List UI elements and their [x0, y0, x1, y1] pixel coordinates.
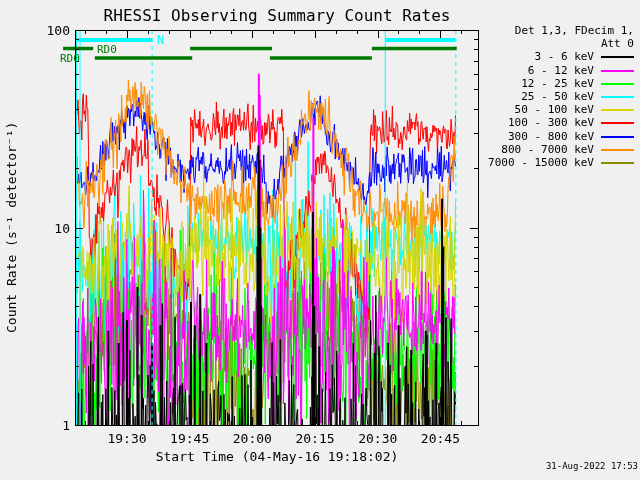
legend-color-swatch	[601, 136, 634, 138]
legend-color-swatch	[601, 70, 634, 72]
legend-entry: 3 - 6 keV	[488, 50, 634, 63]
x-tick-label: 20:15	[295, 431, 334, 446]
legend-entry-label: 12 - 25 keV	[521, 77, 594, 90]
legend-entry-label: 7000 - 15000 keV	[488, 156, 594, 169]
x-tick-label: 20:30	[358, 431, 397, 446]
legend-entry: 12 - 25 keV	[488, 77, 634, 90]
legend-color-swatch	[601, 96, 634, 98]
x-tick-label: 19:45	[170, 431, 209, 446]
y-tick-label: 100	[47, 23, 70, 38]
y-tick-label: 1	[62, 418, 70, 433]
legend-entry: 50 - 100 keV	[488, 103, 634, 116]
legend-entry-label: 6 - 12 keV	[528, 64, 594, 77]
legend-entries: 3 - 6 keV6 - 12 keV12 - 25 keV25 - 50 ke…	[488, 50, 634, 169]
legend-entry: 25 - 50 keV	[488, 90, 634, 103]
chart-title: RHESSI Observing Summary Count Rates	[86, 6, 468, 25]
y-tick-label: 10	[54, 220, 70, 235]
legend-entry-label: 300 - 800 keV	[508, 130, 594, 143]
legend-color-swatch	[601, 83, 634, 85]
night-flag-label: N	[157, 33, 164, 47]
legend-color-swatch	[601, 122, 634, 124]
legend-entry: 800 - 7000 keV	[488, 143, 634, 156]
legend-entry: 6 - 12 keV	[488, 64, 634, 77]
legend-header-line1: Det 1,3, FDecim 1,	[488, 24, 634, 37]
legend-entry-label: 800 - 7000 keV	[501, 143, 594, 156]
plot-window: RHESSI Observing Summary Count Rates Cou…	[0, 0, 640, 480]
legend-entry-label: 3 - 6 keV	[534, 50, 594, 63]
rd0-flag-label-1: RD0	[97, 43, 117, 56]
legend-color-swatch	[601, 56, 634, 58]
x-tick-label: 19:30	[107, 431, 146, 446]
legend-entry-label: 100 - 300 keV	[508, 116, 594, 129]
legend-entry: 300 - 800 keV	[488, 130, 634, 143]
legend-entry: 7000 - 15000 keV	[488, 156, 634, 169]
legend-color-swatch	[601, 162, 634, 164]
legend-color-swatch	[601, 109, 634, 111]
x-tick-label: 20:45	[421, 431, 460, 446]
legend-header-line2: Att 0	[488, 37, 634, 50]
x-tick-label: 20:00	[233, 431, 272, 446]
rd0-flag-label-2: RD0	[60, 52, 80, 65]
y-axis-label: Count Rate (s⁻¹ detector⁻¹)	[4, 30, 26, 425]
legend: Det 1,3, FDecim 1, Att 0 3 - 6 keV6 - 12…	[488, 24, 634, 169]
timestamp: 31-Aug-2022 17:53	[546, 461, 638, 471]
legend-entry: 100 - 300 keV	[488, 116, 634, 129]
legend-entry-label: 25 - 50 keV	[521, 90, 594, 103]
legend-color-swatch	[601, 149, 634, 151]
legend-entry-label: 50 - 100 keV	[515, 103, 594, 116]
x-axis-label: Start Time (04-May-16 19:18:02)	[86, 449, 468, 464]
